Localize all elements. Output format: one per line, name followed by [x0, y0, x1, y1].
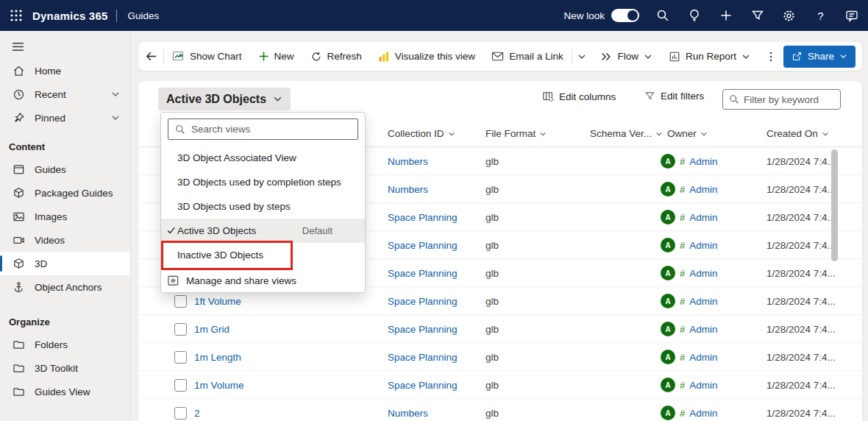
row-name-link[interactable]: 1m Length [194, 343, 241, 371]
feedback-button[interactable] [836, 0, 868, 31]
owner-link[interactable]: Admin [689, 212, 717, 223]
new-button[interactable]: New [250, 42, 302, 71]
back-button[interactable] [138, 42, 163, 71]
row-checkbox[interactable] [174, 351, 187, 364]
column-header-created-on[interactable]: Created On [766, 120, 829, 147]
column-header-file-format[interactable]: File Format [485, 120, 547, 147]
sidebar-item-home[interactable]: Home [0, 59, 130, 82]
chevron-down-icon[interactable] [111, 90, 120, 99]
row-checkbox[interactable] [174, 295, 187, 308]
sidebar-item-3d[interactable]: 3D [0, 252, 130, 275]
row-name-link[interactable]: 1m Volume [194, 371, 244, 399]
view-option-inactive-3d-objects[interactable]: Inactive 3D Objects [161, 243, 365, 267]
email-link-split-button[interactable] [572, 42, 592, 71]
search-button[interactable] [647, 0, 678, 31]
insights-button[interactable] [678, 0, 710, 31]
refresh-button[interactable]: Refresh [302, 42, 370, 71]
row-owner[interactable]: A#Admin [661, 203, 718, 231]
row-collection-link[interactable]: Space Planning [388, 287, 458, 315]
share-button[interactable]: Share [783, 46, 855, 68]
sidebar-item-images[interactable]: Images [0, 205, 130, 228]
owner-link[interactable]: Admin [689, 408, 717, 419]
view-selector-button[interactable]: Active 3D Objects [158, 88, 291, 110]
grid-scrollbar[interactable] [831, 147, 838, 421]
app-title[interactable]: Dynamics 365 [32, 10, 107, 22]
owner-link[interactable]: Admin [689, 156, 717, 167]
sidebar-item-guides-view[interactable]: Guides View [0, 380, 130, 403]
sidebar-item-object-anchors[interactable]: Object Anchors [0, 275, 130, 299]
row-owner[interactable]: A#Admin [661, 259, 718, 287]
row-name-link[interactable]: 1m Grid [194, 315, 230, 343]
collapse-sitemap-button[interactable] [0, 31, 130, 56]
help-button[interactable]: ? [805, 0, 836, 31]
row-collection-link[interactable]: Space Planning [388, 259, 458, 287]
quick-create-button[interactable] [710, 0, 741, 31]
more-commands-button[interactable] [758, 42, 783, 71]
flow-button[interactable]: Flow [592, 42, 661, 71]
row-owner[interactable]: A#Admin [661, 175, 718, 203]
row-collection-link[interactable]: Numbers [388, 175, 428, 203]
keyword-filter-input[interactable] [744, 94, 825, 105]
row-checkbox[interactable] [174, 407, 187, 420]
owner-link[interactable]: Admin [689, 296, 717, 307]
row-checkbox[interactable] [174, 379, 187, 392]
view-search-input[interactable] [191, 124, 351, 135]
view-option-3d-objects-used-by-steps[interactable]: 3D Objects used by steps [161, 194, 365, 219]
column-header-schema-version[interactable]: Schema Ver... [590, 120, 663, 147]
manage-views-icon [167, 275, 179, 287]
column-header-owner[interactable]: Owner [667, 120, 708, 147]
sidebar-item-pinned[interactable]: Pinned [0, 106, 130, 130]
sidebar-item-packaged-guides[interactable]: Packaged Guides [0, 181, 130, 205]
row-name-link[interactable]: 2 [194, 399, 200, 421]
view-option-3d-object-associated-view[interactable]: 3D Object Associated View [161, 146, 365, 170]
chevron-down-icon[interactable] [111, 113, 120, 122]
edit-filters-button[interactable]: Edit filters [644, 91, 704, 102]
table-row[interactable]: 1m Grid Space Planning glb A#Admin 1/28/… [138, 315, 862, 343]
row-collection-link[interactable]: Space Planning [388, 371, 458, 399]
owner-link[interactable]: Admin [689, 352, 717, 363]
table-row[interactable]: 1m Volume Space Planning glb A#Admin 1/2… [138, 371, 862, 399]
sidebar-item-recent[interactable]: Recent [0, 82, 130, 106]
visualize-view-button[interactable]: Visualize this view [370, 42, 483, 71]
new-look-toggle[interactable] [611, 9, 639, 22]
column-header-collection-id[interactable]: Collection ID [388, 120, 455, 147]
environment-name[interactable]: Guides [127, 10, 159, 21]
table-row[interactable]: 1m Length Space Planning glb A#Admin 1/2… [138, 343, 862, 371]
row-collection-link[interactable]: Numbers [388, 147, 428, 175]
show-chart-button[interactable]: Show Chart [164, 42, 250, 71]
filter-button[interactable] [741, 0, 773, 31]
row-collection-link[interactable]: Space Planning [388, 343, 458, 371]
sidebar-item-folders[interactable]: Folders [0, 333, 130, 356]
manage-and-share-views-button[interactable]: Manage and share views [161, 269, 365, 292]
row-owner[interactable]: A#Admin [661, 399, 718, 421]
view-option-active-3d-objects[interactable]: Active 3D Objects Default [161, 219, 365, 243]
scrollbar-thumb[interactable] [831, 149, 838, 261]
sidebar-item-3d-toolkit[interactable]: 3D Toolkit [0, 356, 130, 380]
row-owner[interactable]: A#Admin [661, 315, 718, 343]
owner-link[interactable]: Admin [689, 324, 717, 335]
app-launcher-icon[interactable] [0, 0, 32, 31]
settings-button[interactable] [773, 0, 805, 31]
row-owner[interactable]: A#Admin [661, 371, 718, 399]
owner-link[interactable]: Admin [689, 240, 717, 251]
owner-link[interactable]: Admin [689, 268, 717, 279]
edit-columns-button[interactable]: Edit columns [542, 91, 616, 102]
row-owner[interactable]: A#Admin [661, 287, 718, 315]
run-report-button[interactable]: Run Report [661, 42, 758, 71]
row-collection-link[interactable]: Numbers [388, 399, 428, 421]
row-checkbox[interactable] [174, 323, 187, 336]
owner-link[interactable]: Admin [689, 380, 717, 391]
row-collection-link[interactable]: Space Planning [388, 315, 458, 343]
sidebar-item-videos[interactable]: Videos [0, 228, 130, 252]
owner-link[interactable]: Admin [689, 184, 717, 195]
row-collection-link[interactable]: Space Planning [388, 203, 458, 231]
view-option-3d-objects-used-by-completion-steps[interactable]: 3D Objects used by completion steps [161, 170, 365, 194]
row-collection-link[interactable]: Space Planning [388, 231, 458, 259]
sidebar-item-label: Guides View [35, 386, 90, 397]
table-row[interactable]: 2 Numbers glb A#Admin 1/28/2024 7:4... [138, 399, 862, 421]
email-link-button[interactable]: Email a Link [483, 42, 572, 71]
row-owner[interactable]: A#Admin [661, 147, 718, 175]
row-owner[interactable]: A#Admin [661, 231, 718, 259]
row-owner[interactable]: A#Admin [661, 343, 718, 371]
sidebar-item-guides[interactable]: Guides [0, 158, 130, 181]
